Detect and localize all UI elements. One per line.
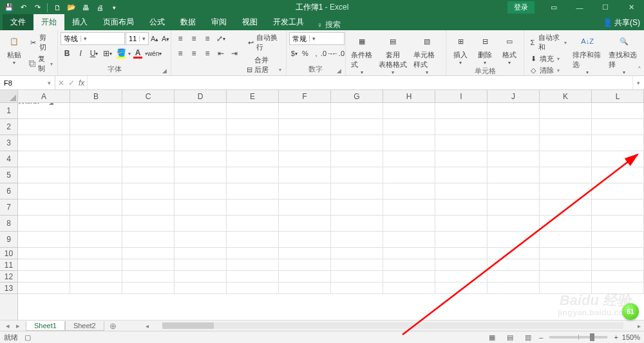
- cell[interactable]: [175, 259, 227, 271]
- sheet-tab[interactable]: Sheet2: [65, 321, 104, 331]
- formula-input[interactable]: [87, 76, 632, 89]
- new-sheet-button[interactable]: ⊕: [104, 321, 122, 331]
- cell[interactable]: [175, 283, 227, 294]
- sheet-next-button[interactable]: ▸: [14, 322, 22, 330]
- cells-area[interactable]: [18, 103, 644, 320]
- cell[interactable]: [122, 216, 175, 232]
- cell[interactable]: [592, 216, 644, 232]
- cell[interactable]: [279, 119, 331, 135]
- row-header[interactable]: 1: [0, 103, 17, 119]
- cell[interactable]: [383, 199, 435, 216]
- cell[interactable]: [227, 135, 279, 151]
- row-header[interactable]: 3: [0, 135, 17, 151]
- fill-color-button[interactable]: 🪣: [115, 47, 128, 60]
- column-header[interactable]: I: [435, 90, 488, 102]
- cell[interactable]: [175, 119, 227, 135]
- cell[interactable]: [592, 248, 644, 259]
- column-header[interactable]: L: [592, 90, 644, 102]
- align-top-button[interactable]: ≡: [174, 32, 187, 45]
- zoom-out-button[interactable]: –: [539, 333, 543, 341]
- cell[interactable]: [592, 199, 644, 216]
- orientation-button[interactable]: ⤢▾: [214, 32, 227, 45]
- cell[interactable]: [331, 232, 383, 248]
- cell[interactable]: [122, 135, 175, 151]
- wrap-text-button[interactable]: ↩自动换行: [245, 32, 283, 53]
- cell[interactable]: [592, 119, 644, 135]
- cell[interactable]: [18, 199, 70, 216]
- share-button[interactable]: 👤 共享(S): [603, 17, 640, 28]
- tab-file[interactable]: 文件: [3, 14, 33, 30]
- cell[interactable]: [331, 248, 383, 259]
- cell[interactable]: [122, 119, 175, 135]
- cell[interactable]: [175, 199, 227, 216]
- cell[interactable]: [488, 216, 540, 232]
- cell[interactable]: [175, 183, 227, 199]
- cell[interactable]: [435, 199, 488, 216]
- cell[interactable]: [435, 183, 488, 199]
- cell[interactable]: [383, 283, 435, 294]
- cut-button[interactable]: ✂剪切: [27, 32, 55, 53]
- enter-formula-button[interactable]: ✓: [68, 79, 75, 88]
- save-icon[interactable]: 💾: [3, 1, 15, 14]
- cell[interactable]: [435, 259, 488, 271]
- print-icon[interactable]: 🖶: [79, 1, 92, 14]
- row-header[interactable]: 5: [0, 167, 17, 183]
- cell[interactable]: [435, 216, 488, 232]
- cell[interactable]: [70, 216, 122, 232]
- cell[interactable]: [383, 271, 435, 283]
- scroll-left-button[interactable]: ◂: [142, 322, 152, 329]
- sheet-tab-active[interactable]: Sheet1: [26, 321, 65, 331]
- column-header[interactable]: G: [331, 90, 383, 102]
- cell[interactable]: [592, 232, 644, 248]
- font-color-button[interactable]: A: [131, 47, 144, 60]
- cell[interactable]: [331, 216, 383, 232]
- minimize-button[interactable]: —: [567, 0, 592, 15]
- cell[interactable]: [122, 259, 175, 271]
- cell[interactable]: [227, 119, 279, 135]
- cell[interactable]: [175, 216, 227, 232]
- cell[interactable]: [540, 103, 592, 119]
- undo-icon[interactable]: ↶: [17, 1, 30, 14]
- cell[interactable]: [488, 119, 540, 135]
- chevron-down-icon[interactable]: ▾: [48, 80, 51, 86]
- column-header[interactable]: J: [488, 90, 540, 102]
- cell[interactable]: [540, 248, 592, 259]
- sheet-prev-button[interactable]: ◂: [4, 322, 12, 330]
- cell[interactable]: [279, 232, 331, 248]
- row-header[interactable]: 2: [0, 119, 17, 135]
- cell[interactable]: [70, 259, 122, 271]
- cell[interactable]: [540, 232, 592, 248]
- format-table-button[interactable]: ▤套用 表格格式▾: [376, 32, 410, 75]
- insert-cells-button[interactable]: ⊞插入▾: [449, 32, 472, 66]
- fill-color-dropdown[interactable]: ▾: [128, 51, 131, 57]
- zoom-level[interactable]: 150%: [622, 333, 640, 341]
- cell[interactable]: [122, 248, 175, 259]
- cell[interactable]: [18, 259, 70, 271]
- cell[interactable]: [540, 259, 592, 271]
- cell[interactable]: [383, 232, 435, 248]
- macro-record-icon[interactable]: ▢: [24, 333, 31, 342]
- cell[interactable]: [540, 135, 592, 151]
- cell[interactable]: [331, 135, 383, 151]
- tab-data[interactable]: 数据: [173, 14, 204, 30]
- cell[interactable]: [592, 103, 644, 119]
- phonetic-button[interactable]: wén▾: [148, 47, 161, 60]
- cell[interactable]: [279, 199, 331, 216]
- cell[interactable]: [122, 167, 175, 183]
- number-launcher[interactable]: ◢: [337, 68, 341, 74]
- cell[interactable]: [592, 283, 644, 294]
- cell[interactable]: [18, 119, 70, 135]
- format-cells-button[interactable]: ▭格式▾: [498, 32, 521, 66]
- zoom-slider[interactable]: [549, 336, 607, 338]
- cell[interactable]: [540, 167, 592, 183]
- zoom-in-button[interactable]: +: [614, 333, 618, 341]
- cell[interactable]: [435, 151, 488, 167]
- cell[interactable]: [70, 135, 122, 151]
- cell[interactable]: [383, 183, 435, 199]
- collapse-ribbon-button[interactable]: ˄: [638, 66, 641, 74]
- decrease-indent-button[interactable]: ⇤: [214, 47, 227, 60]
- column-header[interactable]: E: [227, 90, 279, 102]
- tell-me-search[interactable]: ♀ 搜索: [312, 19, 346, 30]
- cell[interactable]: [488, 283, 540, 294]
- tab-review[interactable]: 审阅: [204, 14, 234, 30]
